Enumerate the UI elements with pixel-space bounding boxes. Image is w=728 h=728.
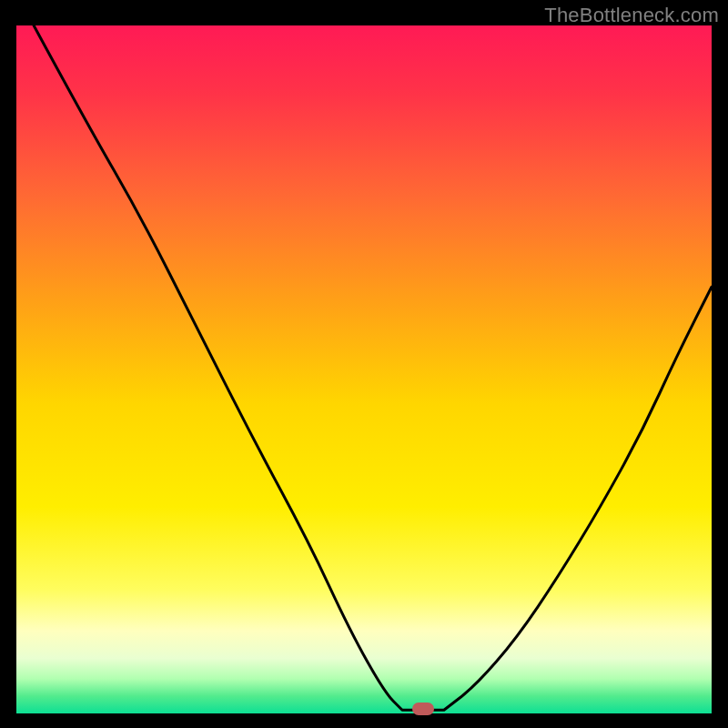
watermark-text: TheBottleneck.com (544, 4, 719, 27)
chart-frame: TheBottleneck.com (0, 0, 728, 728)
plot-area (16, 25, 712, 713)
optimum-marker (412, 703, 434, 715)
bottleneck-curve (34, 25, 712, 710)
curve-layer (16, 25, 712, 713)
